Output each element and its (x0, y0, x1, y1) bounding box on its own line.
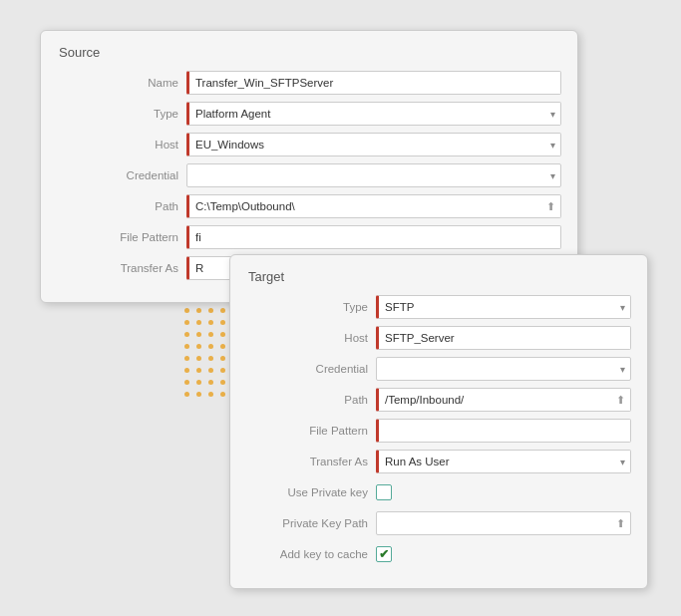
target-credential-select[interactable] (376, 357, 631, 381)
target-credential-row: Credential ▾ (246, 356, 631, 382)
target-credential-select-wrapper: ▾ (376, 357, 631, 381)
target-path-browse-icon[interactable]: ⬆ (616, 394, 625, 407)
target-type-select-wrapper: SFTP ▾ (376, 295, 631, 319)
source-host-select-wrapper: EU_Windows ▾ (186, 133, 561, 156)
target-add-key-to-cache-checkbox[interactable]: ✔ (376, 546, 392, 562)
target-path-input[interactable] (376, 388, 631, 412)
source-host-row: Host EU_Windows ▾ (57, 132, 561, 157)
source-name-label: Name (57, 77, 186, 89)
target-type-label: Type (246, 301, 376, 313)
target-type-select[interactable]: SFTP (376, 295, 631, 319)
target-transfer-as-select[interactable]: Run As User (376, 450, 631, 473)
source-file-pattern-row: File Pattern (57, 224, 561, 250)
target-file-pattern-input-cell (376, 419, 631, 443)
target-private-key-path-wrapper: ⬆ (376, 511, 631, 535)
target-use-private-key-checkbox[interactable] (376, 484, 392, 500)
source-credential-select-wrapper: ▾ (186, 163, 561, 187)
target-private-key-path-input[interactable] (376, 511, 631, 535)
target-panel: Target Type SFTP ▾ Host Credential ▾ Pat… (229, 254, 648, 589)
source-type-select[interactable]: Platform Agent (186, 102, 561, 126)
checkmark-icon: ✔ (379, 548, 389, 560)
source-path-browse-icon[interactable]: ⬆ (546, 200, 555, 213)
target-add-key-to-cache-row: Add key to cache ✔ (246, 541, 631, 567)
target-type-row: Type SFTP ▾ (246, 294, 631, 320)
target-credential-label: Credential (246, 363, 376, 375)
source-type-row: Type Platform Agent ▾ (57, 101, 561, 127)
source-file-pattern-input-cell (186, 225, 561, 249)
target-host-input-cell (376, 326, 631, 350)
source-name-input[interactable] (186, 71, 561, 95)
target-use-private-key-row: Use Private key (246, 479, 631, 505)
target-host-row: Host (246, 325, 631, 351)
target-panel-title: Target (246, 269, 631, 284)
target-use-private-key-cell (376, 484, 392, 500)
target-host-label: Host (246, 332, 376, 344)
source-panel-title: Source (57, 45, 561, 60)
source-path-wrapper: ⬆ (186, 194, 561, 218)
source-type-label: Type (57, 108, 186, 120)
source-path-input[interactable] (186, 194, 561, 218)
target-path-row: Path ⬆ (246, 387, 631, 413)
target-use-private-key-label: Use Private key (246, 486, 376, 498)
source-host-select[interactable]: EU_Windows (186, 133, 561, 156)
source-name-row: Name (57, 70, 561, 96)
source-transfer-as-label: Transfer As (57, 262, 186, 274)
target-path-label: Path (246, 394, 376, 406)
target-transfer-as-label: Transfer As (246, 456, 376, 467)
target-private-key-path-row: Private Key Path ⬆ (246, 510, 631, 536)
source-credential-select[interactable] (186, 163, 561, 187)
target-private-key-path-browse-icon[interactable]: ⬆ (616, 517, 625, 530)
source-credential-label: Credential (57, 169, 186, 181)
target-transfer-as-row: Transfer As Run As User ▾ (246, 449, 631, 474)
source-name-input-cell (186, 71, 561, 95)
source-file-pattern-label: File Pattern (57, 231, 186, 243)
source-credential-row: Credential ▾ (57, 162, 561, 188)
target-path-wrapper: ⬆ (376, 388, 631, 412)
source-type-select-wrapper: Platform Agent ▾ (186, 102, 561, 126)
target-host-input[interactable] (376, 326, 631, 350)
target-file-pattern-input[interactable] (376, 419, 631, 443)
target-transfer-as-select-wrapper: Run As User ▾ (376, 450, 631, 473)
target-private-key-path-label: Private Key Path (246, 517, 376, 529)
source-file-pattern-input[interactable] (186, 225, 561, 249)
target-file-pattern-row: File Pattern (246, 418, 631, 444)
target-add-key-to-cache-label: Add key to cache (246, 548, 376, 560)
source-path-row: Path ⬆ (57, 193, 561, 219)
target-add-key-to-cache-cell: ✔ (376, 546, 392, 562)
target-file-pattern-label: File Pattern (246, 425, 376, 437)
source-host-label: Host (57, 139, 186, 151)
source-path-label: Path (57, 200, 186, 212)
